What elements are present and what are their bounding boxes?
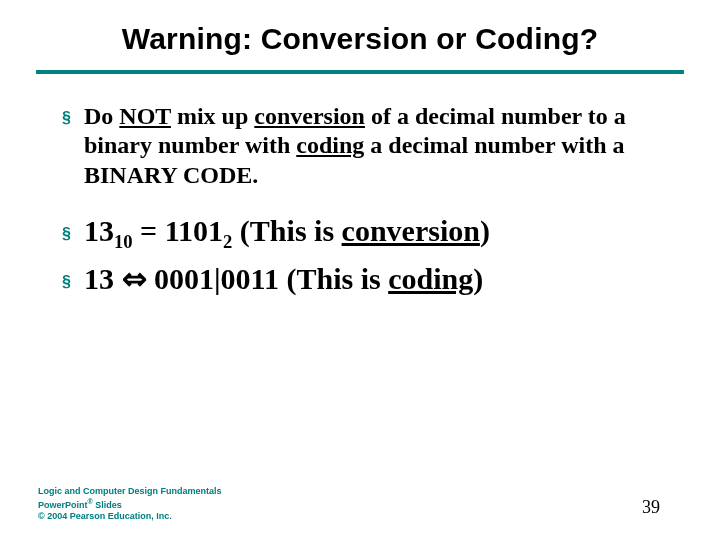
word-not: NOT <box>119 103 171 129</box>
slide-body: § Do NOT mix up conversion of a decimal … <box>0 74 720 300</box>
double-arrow-icon: ⇔ <box>122 262 147 295</box>
slide: Warning: Conversion or Coding? § Do NOT … <box>0 0 720 540</box>
footer-line-2: PowerPoint® Slides <box>38 498 222 511</box>
bullet-marker-icon: § <box>62 102 84 190</box>
bullet-marker-icon: § <box>62 212 84 252</box>
footer-line-1: Logic and Computer Design Fundamentals <box>38 486 222 497</box>
bullet-2: § 1310 = 11012 (This is conversion) <box>62 212 660 252</box>
footer-line-3: © 2004 Pearson Education, Inc. <box>38 511 222 522</box>
word-coding: coding <box>296 132 364 158</box>
text: ) <box>480 214 490 247</box>
word-coding: coding <box>388 262 473 295</box>
bullet-1-text: Do NOT mix up conversion of a decimal nu… <box>84 102 660 190</box>
num-13: 13 <box>84 262 122 295</box>
text: ) <box>473 262 483 295</box>
text: 0001|0011 (This is <box>147 262 389 295</box>
num-13: 13 <box>84 214 114 247</box>
text: (This is <box>232 214 341 247</box>
bullet-2-text: 1310 = 11012 (This is conversion) <box>84 212 490 252</box>
text: PowerPoint <box>38 500 88 510</box>
bullet-marker-icon: § <box>62 260 84 300</box>
footer-credits: Logic and Computer Design Fundamentals P… <box>38 486 222 522</box>
slide-title: Warning: Conversion or Coding? <box>0 0 720 66</box>
page-number: 39 <box>642 497 660 518</box>
subscript-2: 2 <box>223 231 232 252</box>
text: mix up <box>171 103 254 129</box>
subscript-10: 10 <box>114 231 133 252</box>
text: Do <box>84 103 119 129</box>
equals: = <box>133 214 165 247</box>
word-conversion: conversion <box>254 103 365 129</box>
bullet-1: § Do NOT mix up conversion of a decimal … <box>62 102 660 190</box>
word-conversion: conversion <box>342 214 480 247</box>
bullet-3-text: 13 ⇔ 0001|0011 (This is coding) <box>84 260 483 300</box>
num-1101: 1101 <box>165 214 223 247</box>
bullet-3: § 13 ⇔ 0001|0011 (This is coding) <box>62 260 660 300</box>
text: Slides <box>93 500 122 510</box>
